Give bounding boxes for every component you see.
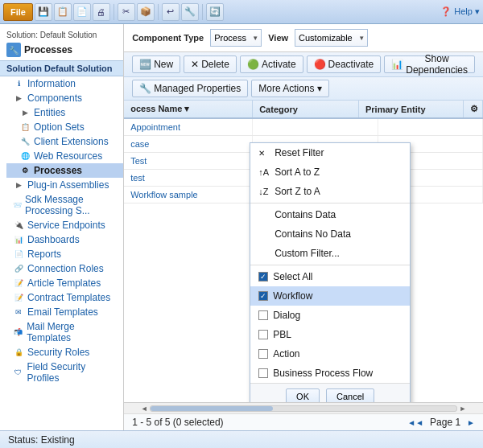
reset-filter-item[interactable]: ✕ Reset Filter <box>250 143 410 162</box>
sidebar-item-email-templates[interactable]: ✉ Email Templates <box>0 305 123 319</box>
dependencies-icon: 📊 <box>391 59 403 70</box>
sort-asc-icon: ↑A <box>258 167 270 177</box>
pbl-item[interactable]: PBL <box>250 325 410 344</box>
email-templates-icon: ✉ <box>13 306 24 318</box>
deactivate-button[interactable]: 🔴 Deactivate <box>307 55 382 73</box>
col-name-header[interactable]: ocess Name ▾ <box>124 101 253 117</box>
sidebar-item-field-security[interactable]: 🛡 Field Security Profiles <box>0 360 123 385</box>
scroll-right-arrow[interactable]: ► <box>457 405 469 413</box>
pbl-checkbox[interactable] <box>258 330 268 339</box>
view-dropdown[interactable]: Customizable <box>295 29 368 47</box>
custom-filter-item[interactable]: Custom Filter... <box>250 244 410 263</box>
components-expand-icon: ▶ <box>13 92 24 104</box>
row-name-4: test <box>124 170 253 186</box>
sidebar-item-connection-roles[interactable]: 🔗 Connection Roles <box>0 261 123 276</box>
table-row[interactable]: Appointment <box>124 119 483 136</box>
business-process-flow-item[interactable]: Business Process Flow <box>250 364 410 383</box>
status-text: Status: Existing <box>8 434 75 446</box>
filter-footer: OK Cancel <box>250 383 410 402</box>
select-all-item[interactable]: ✓ Select All <box>250 267 410 286</box>
entities-expand-icon: ▶ <box>19 107 31 118</box>
action-item[interactable]: Action <box>250 344 410 364</box>
row-category-1 <box>253 119 378 135</box>
sidebar-item-mail-merge-templates[interactable]: 📬 Mail Merge Templates <box>0 319 123 345</box>
web-resources-icon: 🌐 <box>19 150 31 162</box>
sidebar-item-plugin-assemblies[interactable]: ▶ Plug-in Assemblies <box>0 178 123 192</box>
sidebar-item-option-sets[interactable]: 📋 Option Sets <box>6 120 123 134</box>
delete-button[interactable]: ✕ Delete <box>184 55 237 73</box>
processes-icon: ⚙ <box>19 165 31 176</box>
sdk-message-icon: 📨 <box>13 199 22 211</box>
refresh-icon[interactable]: 🔄 <box>206 3 224 21</box>
scroll-left-arrow[interactable]: ◄ <box>138 405 150 413</box>
settings-icon[interactable]: 🔧 <box>181 3 199 21</box>
col-primary-header[interactable]: Primary Entity <box>359 101 464 117</box>
sidebar-item-security-roles[interactable]: 🔒 Security Roles <box>0 345 123 360</box>
workflow-item[interactable]: ✓ Workflow <box>250 286 410 306</box>
sort-asc-item[interactable]: ↑A Sort A to Z <box>250 162 410 182</box>
reset-filter-icon: ✕ <box>258 149 270 158</box>
clipboard-icon[interactable]: 📋 <box>54 3 72 21</box>
scroll-thumb <box>151 406 273 411</box>
select-all-checkbox[interactable]: ✓ <box>258 272 268 282</box>
bpf-checkbox[interactable] <box>258 368 268 378</box>
file-button[interactable]: File <box>3 3 33 21</box>
sidebar-item-dashboards[interactable]: 📊 Dashboards <box>0 232 123 247</box>
dialog-checkbox[interactable] <box>258 310 268 320</box>
next-page-button[interactable]: ► <box>467 418 475 427</box>
col-action-header[interactable]: ⚙ <box>464 101 483 117</box>
sidebar-item-reports[interactable]: 📄 Reports <box>0 247 123 261</box>
action-checkbox[interactable] <box>258 349 268 359</box>
horizontal-scrollbar[interactable]: ◄ ► <box>124 402 483 413</box>
toolbar-separator <box>114 4 114 20</box>
article-templates-icon: 📝 <box>13 277 24 289</box>
plugin-expand-icon: ▶ <box>13 179 24 191</box>
toolbar-separator2 <box>158 4 159 20</box>
package-icon[interactable]: 📦 <box>137 3 155 21</box>
scroll-track[interactable] <box>150 405 457 412</box>
activate-button[interactable]: 🟢 Activate <box>240 55 303 73</box>
content-area: Component Type Process View Customizable… <box>124 24 483 430</box>
new-button[interactable]: 🆕 New <box>132 55 180 73</box>
row-name-1: Appointment <box>124 119 253 135</box>
sidebar-item-contract-templates[interactable]: 📝 Contract Templates <box>0 290 123 305</box>
component-row: Component Type Process View Customizable <box>132 29 475 47</box>
sidebar-item-client-extensions[interactable]: 🔧 Client Extensions <box>6 134 123 149</box>
sort-desc-item[interactable]: ↓Z Sort Z to A <box>250 182 410 201</box>
cut-icon[interactable]: ✂ <box>118 3 135 21</box>
sidebar-item-information[interactable]: ℹ Information <box>0 76 123 91</box>
sidebar: Solution: Default Solution 🔧 Processes S… <box>0 24 124 430</box>
filter-cancel-button[interactable]: Cancel <box>326 388 374 402</box>
more-actions-button[interactable]: More Actions ▾ <box>251 80 329 97</box>
undo-icon[interactable]: ↩ <box>162 3 180 21</box>
filter-ok-button[interactable]: OK <box>286 388 320 402</box>
managed-properties-button[interactable]: 🔧 Managed Properties <box>132 80 248 97</box>
col-category-header[interactable]: Category <box>253 101 359 117</box>
connection-roles-icon: 🔗 <box>13 263 24 274</box>
top-toolbar: File 💾 📋 📄 🖨 ✂ 📦 ↩ 🔧 🔄 ❓ Help ▾ <box>0 0 483 24</box>
action-row-1: 🆕 New ✕ Delete 🟢 Activate 🔴 Deactivate 📊… <box>124 52 483 77</box>
dialog-item[interactable]: Dialog <box>250 306 410 325</box>
sidebar-item-components[interactable]: ▶ Components <box>0 91 123 105</box>
show-dependencies-button[interactable]: 📊 Show Dependencies <box>384 55 475 73</box>
activate-icon: 🟢 <box>247 59 259 70</box>
service-endpoints-icon: 🔌 <box>13 220 24 231</box>
help-button[interactable]: ❓ Help ▾ <box>440 6 480 17</box>
reports-icon: 📄 <box>13 249 24 260</box>
workflow-checkbox[interactable]: ✓ <box>258 291 268 301</box>
contains-no-data-item[interactable]: Contains No Data <box>250 224 410 244</box>
sidebar-item-sdk-message[interactable]: 📨 Sdk Message Processing S... <box>0 192 123 218</box>
dashboards-icon: 📊 <box>13 234 24 245</box>
contains-data-item[interactable]: Contains Data <box>250 205 410 224</box>
sidebar-item-service-endpoints[interactable]: 🔌 Service Endpoints <box>0 218 123 232</box>
sidebar-item-web-resources[interactable]: 🌐 Web Resources <box>6 149 123 163</box>
sidebar-item-article-templates[interactable]: 📝 Article Templates <box>0 276 123 290</box>
component-type-dropdown[interactable]: Process <box>210 29 262 47</box>
first-page-button[interactable]: ◄◄ <box>407 418 423 427</box>
sidebar-item-entities[interactable]: ▶ Entities <box>6 105 123 120</box>
print-icon[interactable]: 🖨 <box>93 3 110 21</box>
pagination: 1 - 5 of 5 (0 selected) ◄◄ Page 1 ► <box>124 413 483 430</box>
sidebar-item-processes[interactable]: ⚙ Processes <box>6 163 123 178</box>
new-icon[interactable]: 📄 <box>73 3 91 21</box>
save-icon[interactable]: 💾 <box>35 3 52 21</box>
